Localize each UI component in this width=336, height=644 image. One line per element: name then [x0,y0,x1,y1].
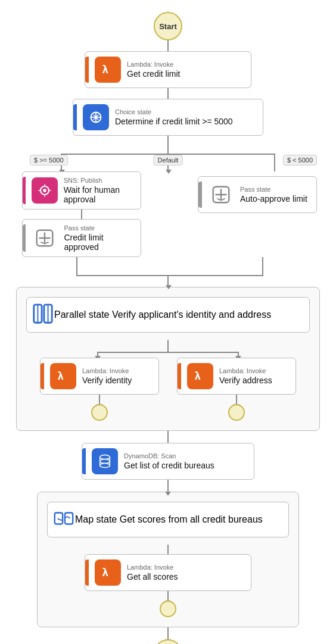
lambda1-type: Lambda: Invoke [127,61,180,68]
map-icon [52,507,75,532]
pass1-label: Credit limit approved [64,233,133,252]
parallel1-type: Parallel state [54,310,110,320]
lambda-get-all-scores[interactable]: λ Lambda: Invoke Get all scores [85,554,251,591]
parallel-outer-box: Parallel state Verify applicant's identi… [16,287,320,431]
branch-label-lt: $ < 5000 [283,155,317,165]
lambda2-icon: λ [50,363,76,389]
parallel-end-right [228,404,245,421]
map-end-node [160,601,176,617]
pass2-icon [208,182,234,208]
map-outer-box: Map state Get scores from all credit bur… [37,492,299,627]
sns-wait-approval[interactable]: SNS: Publish Wait for human approval [22,171,141,210]
dynamo-get-credit-bureaus[interactable]: DynamoDB: Scan Get list of credit bureau… [82,443,254,480]
svg-rect-29 [65,513,73,524]
sns1-label: Wait for human approval [64,185,133,204]
choice-icon [83,104,109,130]
parallel-header[interactable]: Parallel state Verify applicant's identi… [26,297,310,333]
svg-point-23 [100,455,110,459]
lambda2-type: Lambda: Invoke [82,367,132,374]
end-node: End [154,639,182,644]
lambda4-type: Lambda: Invoke [127,564,178,571]
lambda4-label: Get all scores [127,572,178,582]
lambda-get-credit-limit[interactable]: λ Lambda: Invoke Get credit limit [85,51,251,88]
choice1-label: Determine if credit limit >= 5000 [115,117,233,126]
branch-label-gte: $ >= 5000 [30,155,68,165]
sns-icon [32,177,58,204]
svg-point-5 [43,189,46,192]
dynamo-icon [92,448,118,474]
svg-text:λ: λ [102,63,108,76]
lambda-icon: λ [95,57,121,83]
svg-rect-28 [55,513,63,524]
lambda4-icon: λ [95,559,121,586]
dynamo1-type: DynamoDB: Scan [124,452,214,459]
svg-text:λ: λ [102,566,108,579]
dynamo1-label: Get list of credit bureaus [124,461,214,470]
parallel-end-left [91,404,108,421]
map1-type: Map state [75,514,117,524]
branch-label-default: Default [154,155,183,165]
lambda3-type: Lambda: Invoke [219,367,272,374]
pass-credit-limit-approved[interactable]: Pass state Credit limit approved [22,219,141,257]
pass1-type: Pass state [64,224,133,232]
parallel-icon [32,302,54,327]
svg-point-24 [100,459,110,464]
lambda1-label: Get credit limit [127,69,180,79]
pass1-icon [32,225,58,251]
svg-text:λ: λ [194,370,201,382]
choice1-type: Choice state [115,108,233,115]
start-node: Start [154,12,182,40]
map1-label: Get scores from all credit bureaus [120,514,263,524]
choice-state[interactable]: Choice state Determine if credit limit >… [73,99,263,136]
lambda-verify-identity[interactable]: λ Lambda: Invoke Verify identity [40,358,159,395]
svg-text:λ: λ [57,370,64,382]
lambda3-icon: λ [187,363,213,389]
lambda3-label: Verify address [219,376,272,385]
map-header[interactable]: Map state Get scores from all credit bur… [47,502,289,537]
sns1-type: SNS: Publish [64,177,133,184]
parallel-branches: λ Lambda: Invoke Verify identity [26,358,310,421]
parallel1-label: Verify applicant's identity and address [112,310,271,320]
lambda2-label: Verify identity [82,376,132,385]
pass2-label: Auto-approve limit [240,194,307,204]
lambda-verify-address[interactable]: λ Lambda: Invoke Verify address [177,358,296,395]
diagram: Start λ Lambda: Invoke Get credit limit [0,0,336,644]
pass-auto-approve[interactable]: Pass state Auto-approve limit [198,176,317,213]
pass2-type: Pass state [240,186,307,193]
svg-point-25 [100,464,110,468]
